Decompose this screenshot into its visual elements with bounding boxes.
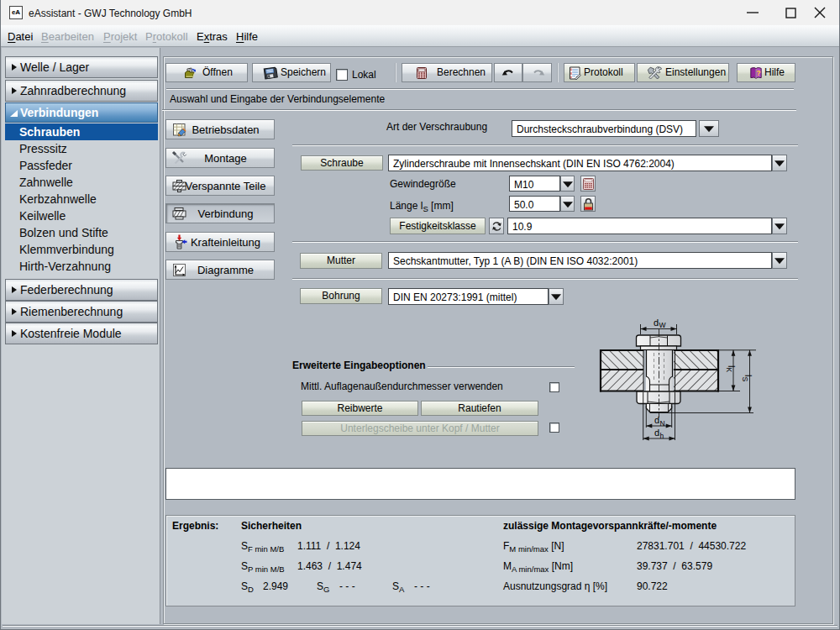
svg-text:lS: lS <box>741 375 753 381</box>
svg-text:N: N <box>660 419 665 428</box>
svg-text:W: W <box>659 321 666 329</box>
svg-text:lK: lK <box>725 365 738 372</box>
svg-text:d: d <box>654 318 659 328</box>
svg-text:h: h <box>660 432 664 440</box>
svg-text:d: d <box>654 415 659 425</box>
svg-text:d: d <box>654 428 659 438</box>
svg-text:?: ? <box>757 69 761 77</box>
